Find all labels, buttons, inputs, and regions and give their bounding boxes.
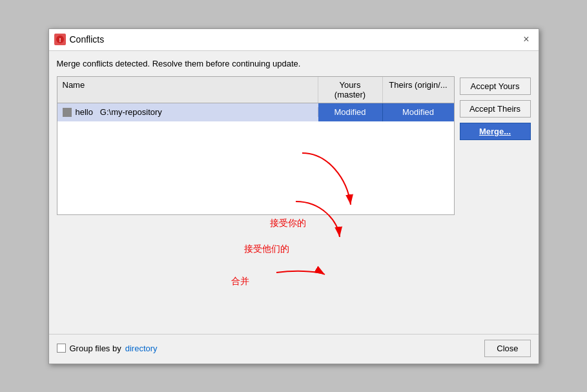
title-close-button[interactable]: × <box>519 33 533 46</box>
svg-text:!: ! <box>59 37 61 43</box>
dialog-footer: Group files by directory Close <box>49 334 539 364</box>
cell-name: hello G:\my-repository <box>57 107 318 117</box>
cell-theirs: Modified <box>383 103 454 121</box>
cell-name-text: hello G:\my-repository <box>76 107 162 117</box>
table-row[interactable]: hello G:\my-repository Modified Modified <box>57 103 454 121</box>
directory-link[interactable]: directory <box>125 344 158 353</box>
dialog-content: Merge conflicts detected. Resolve them b… <box>49 51 539 329</box>
message-text: Merge conflicts detected. Resolve them b… <box>57 57 531 70</box>
title-bar: ! Conflicts × <box>49 29 539 51</box>
file-icon <box>63 108 72 117</box>
col-theirs: Theirs (origin/... <box>383 77 454 103</box>
group-files-section: Group files by directory <box>57 344 158 353</box>
group-files-label: Group files by <box>70 344 121 353</box>
col-name: Name <box>57 77 318 103</box>
table-header: Name Yours (master) Theirs (origin/... <box>57 77 454 103</box>
conflicts-dialog: ! Conflicts × Merge conflicts detected. … <box>48 28 539 364</box>
merge-button[interactable]: Merge... <box>460 123 531 140</box>
arrow-merge <box>225 205 354 289</box>
annotations-area: 接受你的 接受他们的 合并 <box>57 218 531 321</box>
accept-theirs-button[interactable]: Accept Theirs <box>460 100 531 118</box>
app-icon: ! <box>54 34 66 45</box>
dialog-title: Conflicts <box>70 34 105 45</box>
col-yours: Yours (master) <box>318 77 383 103</box>
action-buttons: Accept Yours Accept Theirs Merge... <box>460 76 531 215</box>
group-files-checkbox[interactable] <box>57 344 66 353</box>
close-button[interactable]: Close <box>484 340 530 357</box>
cell-yours: Modified <box>318 103 383 121</box>
accept-yours-button[interactable]: Accept Yours <box>460 77 531 95</box>
